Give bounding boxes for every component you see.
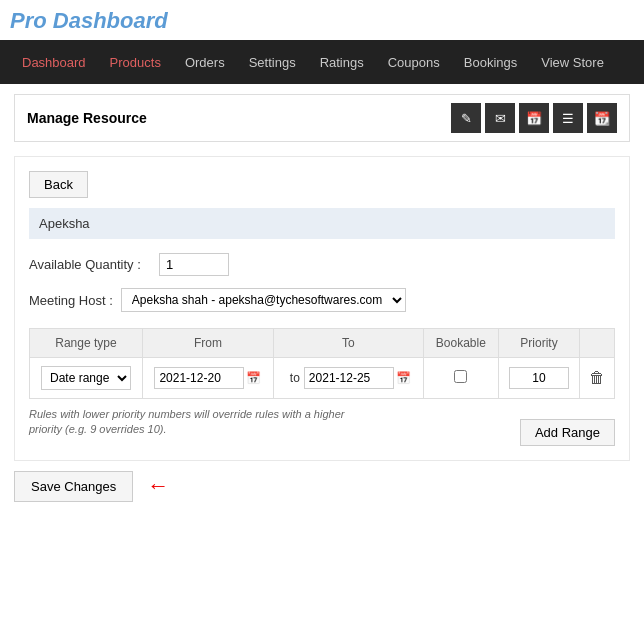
resource-name-row: Apeksha [29,208,615,239]
toolbar-edit-button[interactable]: ✎ [451,103,481,133]
col-from: From [142,329,273,358]
main-section: Back Apeksha Available Quantity : Meetin… [14,156,630,461]
nav-item-bookings[interactable]: Bookings [452,40,529,84]
resource-name: Apeksha [39,216,90,231]
nav-item-settings[interactable]: Settings [237,40,308,84]
delete-row-button[interactable]: 🗑 [589,369,605,387]
nav-bar: Dashboard Products Orders Settings Ratin… [0,40,644,84]
bookable-cell [423,358,498,399]
page-content: Manage Resource ✎ ✉ 📅 ☰ 📆 Back Apeksha A… [0,84,644,512]
back-button[interactable]: Back [29,171,88,198]
from-calendar-icon: 📅 [246,371,261,385]
col-bookable: Bookable [423,329,498,358]
available-quantity-row: Available Quantity : [29,253,615,276]
col-range-type: Range type [30,329,143,358]
to-date-input[interactable] [304,367,394,389]
add-range-button[interactable]: Add Range [520,419,615,446]
nav-item-ratings[interactable]: Ratings [308,40,376,84]
table-row: Date range 📅 to 📅 [30,358,615,399]
col-delete [580,329,615,358]
priority-input[interactable] [509,367,569,389]
toolbar-icons: ✎ ✉ 📅 ☰ 📆 [451,103,617,133]
manage-resource-bar: Manage Resource ✎ ✉ 📅 ☰ 📆 [14,94,630,142]
bookable-checkbox[interactable] [454,370,467,383]
nav-item-dashboard[interactable]: Dashboard [10,40,98,84]
available-quantity-label: Available Quantity : [29,257,159,272]
meeting-host-label: Meeting Host : [29,293,113,308]
range-type-select[interactable]: Date range [41,366,131,390]
to-cell: to 📅 [273,358,423,399]
toolbar-mail-button[interactable]: ✉ [485,103,515,133]
range-table: Range type From To Bookable Priority Dat… [29,328,615,399]
nav-item-coupons[interactable]: Coupons [376,40,452,84]
col-priority: Priority [498,329,579,358]
toolbar-list-button[interactable]: ☰ [553,103,583,133]
from-cell: 📅 [142,358,273,399]
toolbar-calendar-button[interactable]: 📅 [519,103,549,133]
nav-item-viewstore[interactable]: View Store [529,40,616,84]
range-type-cell: Date range [30,358,143,399]
save-row: Save Changes ← [14,471,630,502]
delete-cell: 🗑 [580,358,615,399]
manage-resource-title: Manage Resource [27,110,147,126]
from-date-input[interactable] [154,367,244,389]
nav-item-orders[interactable]: Orders [173,40,237,84]
col-to: To [273,329,423,358]
available-quantity-input[interactable] [159,253,229,276]
meeting-host-row: Meeting Host : Apeksha shah - apeksha@ty… [29,288,615,312]
arrow-icon: ← [147,473,169,499]
toolbar-calendar2-button[interactable]: 📆 [587,103,617,133]
save-changes-button[interactable]: Save Changes [14,471,133,502]
to-calendar-icon: 📅 [396,371,411,385]
rules-note: Rules with lower priority numbers will o… [29,407,369,438]
to-label: to [290,371,300,385]
nav-item-products[interactable]: Products [98,40,173,84]
meeting-host-select[interactable]: Apeksha shah - apeksha@tychesoftwares.co… [121,288,406,312]
priority-cell [498,358,579,399]
site-title: Pro Dashboard [0,0,644,40]
